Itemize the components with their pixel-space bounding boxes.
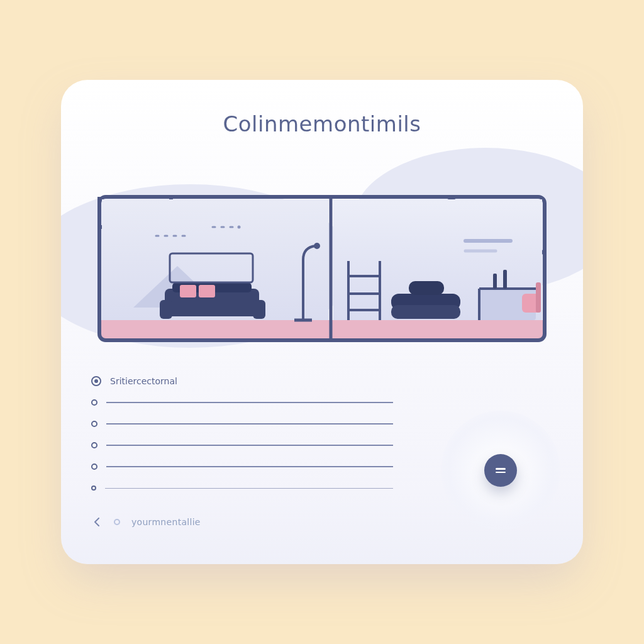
svg-rect-29 (391, 305, 460, 319)
action-button[interactable] (484, 454, 517, 487)
radio-icon (91, 421, 97, 427)
svg-point-22 (238, 226, 241, 229)
radio-selected-icon (91, 376, 101, 386)
placeholder-line (105, 488, 393, 489)
placeholder-line (106, 423, 393, 425)
svg-rect-37 (536, 282, 541, 313)
page-title: Colinmemontimils (91, 111, 553, 136)
house-cutaway-icon (96, 159, 548, 348)
option-row[interactable] (91, 456, 393, 477)
option-row[interactable] (91, 477, 393, 499)
radio-icon (91, 442, 97, 448)
step-indicator-icon (114, 519, 120, 525)
svg-rect-0 (99, 320, 545, 339)
card: Colinmemontimils (61, 80, 583, 564)
fab-halo (441, 411, 560, 530)
svg-rect-10 (199, 285, 215, 297)
hero-illustration (96, 159, 548, 348)
chevron-left-icon[interactable] (91, 516, 103, 528)
options-list: Sritiercectornal (91, 370, 393, 499)
placeholder-line (106, 445, 393, 446)
footer-caption: yourmnentallie (131, 517, 201, 527)
radio-icon (91, 464, 97, 470)
option-row[interactable] (91, 413, 393, 435)
option-row[interactable]: Sritiercectornal (91, 370, 393, 392)
svg-rect-7 (253, 300, 265, 319)
option-label: Sritiercectornal (110, 376, 179, 386)
svg-rect-30 (409, 281, 444, 295)
equals-icon (496, 468, 506, 473)
radio-icon (91, 399, 97, 406)
placeholder-line (106, 402, 393, 403)
svg-rect-35 (503, 270, 507, 289)
svg-point-13 (314, 243, 320, 249)
svg-rect-34 (493, 274, 497, 289)
footer-nav: yourmnentallie (91, 516, 553, 528)
option-row[interactable] (91, 392, 393, 413)
placeholder-line (106, 466, 393, 467)
option-row[interactable] (91, 435, 393, 456)
svg-rect-6 (160, 300, 172, 319)
radio-icon (91, 486, 96, 491)
svg-rect-9 (180, 285, 196, 297)
